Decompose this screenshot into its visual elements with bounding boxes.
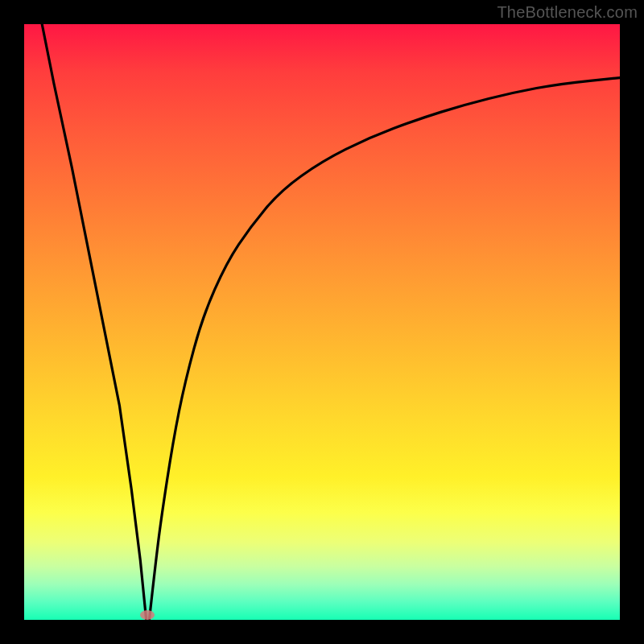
- chart-frame: TheBottleneck.com: [0, 0, 644, 644]
- bottleneck-marker: [140, 610, 155, 620]
- plot-area: [24, 24, 620, 620]
- curve-right-branch: [149, 78, 620, 620]
- watermark-text: TheBottleneck.com: [497, 3, 638, 22]
- curve-svg: [24, 24, 620, 620]
- curve-left-branch: [42, 24, 147, 620]
